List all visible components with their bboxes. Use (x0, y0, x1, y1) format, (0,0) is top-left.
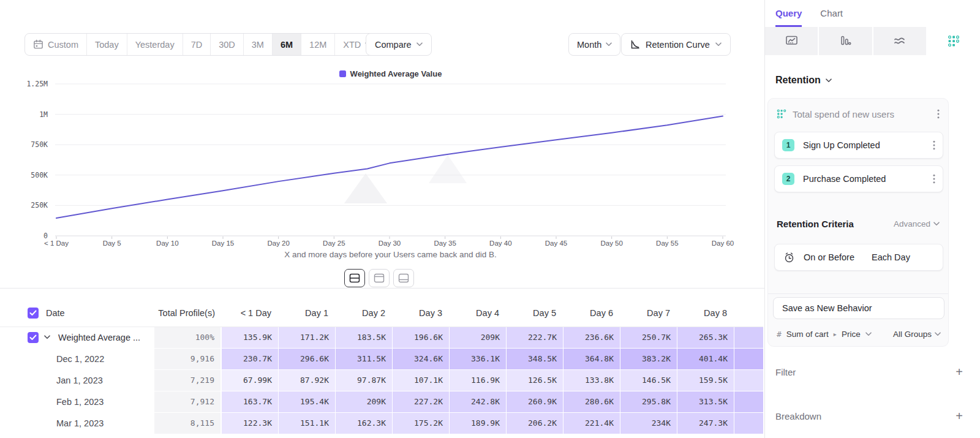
column-header-day[interactable]: Day 3 (392, 308, 448, 318)
chevron-down-icon (826, 78, 832, 83)
behavior-header[interactable]: Total spend of new users (777, 105, 940, 123)
sidebar-tabs: Query Chart (765, 0, 980, 27)
column-header-day[interactable]: Day 5 (506, 308, 562, 318)
add-breakdown-button[interactable]: + (956, 409, 963, 423)
retention-value-cell: 97.87K (336, 370, 392, 391)
criteria-mode-dropdown[interactable]: Advanced (894, 219, 940, 228)
report-section-title: Retention (775, 75, 821, 86)
column-header-date[interactable]: Date (46, 308, 65, 318)
retention-value-cell: 67.99K (222, 370, 278, 391)
retention-value-cell: 163.7K (222, 391, 278, 412)
insights-icon[interactable] (765, 27, 819, 55)
row-checkbox[interactable] (28, 332, 39, 343)
retention-value-cell: 260.9K (507, 391, 563, 412)
retention-value-cell-partial (734, 413, 763, 434)
criteria-condition[interactable]: On or Before (804, 252, 854, 262)
total-profiles-cell: 7,912 (154, 391, 221, 412)
retention-value-cell: 311.5K (336, 349, 392, 369)
breakdown-label: Breakdown (775, 411, 956, 421)
filter-section: Filter + (775, 365, 963, 379)
column-header-day[interactable]: Day 7 (620, 308, 676, 318)
measure-property[interactable]: Price (842, 330, 861, 339)
tab-chart[interactable]: Chart (820, 8, 843, 27)
retention-value-cell: 171.2K (279, 327, 335, 348)
column-header-day[interactable]: Day 8 (677, 308, 733, 318)
criteria-mode-label: Advanced (894, 219, 930, 228)
measure-row: # Sum of cart ▸ Price All Groups (777, 324, 941, 344)
retention-value-cell: 324.6K (393, 349, 449, 369)
kebab-menu-icon[interactable] (937, 109, 940, 119)
measure-dropdown[interactable]: Sum of cart (786, 330, 829, 339)
measure-label: Sum of cart (786, 330, 829, 339)
retention-value-cell: 348.5K (507, 349, 563, 369)
total-profiles-cell: 9,916 (154, 349, 221, 369)
retention-value-cell: 234K (620, 413, 677, 434)
column-header-day[interactable]: < 1 Day (221, 308, 277, 318)
table-row-label: Feb 1, 2023 (56, 397, 104, 407)
criteria-period[interactable]: Each Day (872, 252, 910, 262)
retention-value-cell: 87.92K (279, 370, 335, 391)
retention-value-cell: 116.9K (450, 370, 506, 391)
flows-icon[interactable] (873, 27, 927, 55)
retention-value-cell: 295.8K (620, 391, 677, 412)
step-label: Sign Up Completed (803, 140, 924, 150)
retention-value-cell: 247.3K (677, 413, 734, 434)
retention-value-cell: 242.8K (450, 391, 506, 412)
breakdown-section: Breakdown + (775, 409, 963, 423)
retention-value-cell-partial (734, 327, 763, 348)
funnels-icon[interactable] (819, 27, 873, 55)
retention-value-cell: 401.4K (677, 349, 734, 369)
retention-value-cell: 206.2K (507, 413, 563, 434)
column-header-day[interactable]: Day 2 (335, 308, 391, 318)
retention-value-cell: 159.5K (677, 370, 734, 391)
all-groups-label: All Groups (893, 330, 932, 339)
all-groups-dropdown[interactable]: All Groups (893, 330, 941, 339)
kebab-menu-icon[interactable] (933, 174, 935, 184)
property-arrow-icon: ▸ (834, 331, 837, 338)
retention-value-cell: 227.2K (393, 391, 449, 412)
divider (768, 293, 948, 294)
total-profiles-cell: 7,219 (154, 370, 221, 391)
filter-label: Filter (775, 367, 956, 377)
kebab-menu-icon[interactable] (933, 140, 935, 150)
step-purchase-completed[interactable]: 2 Purchase Completed (774, 165, 943, 192)
main-area: CustomTodayYesterday7D30D3M6M12MXTD Comp… (0, 0, 764, 438)
retention-icon[interactable] (927, 27, 980, 55)
column-header-day[interactable]: Day 4 (449, 308, 505, 318)
behavior-panel: Total spend of new users 1 Sign Up Compl… (767, 98, 949, 347)
retention-value-cell-partial (734, 370, 763, 391)
retention-value-cell-partial (734, 391, 763, 412)
retention-value-cell: 209K (450, 327, 506, 348)
step-number-badge: 1 (782, 139, 794, 151)
retention-value-cell: 236.6K (564, 327, 620, 348)
retention-value-cell: 209K (336, 391, 392, 412)
table-row-label: Dec 1, 2022 (56, 354, 104, 364)
chevron-down-icon (935, 332, 941, 336)
row-checkbox[interactable] (28, 308, 39, 319)
retention-value-cell: 189.9K (450, 413, 506, 434)
retention-value-cell: 133.8K (564, 370, 620, 391)
table-row-label[interactable]: Weighted Average ... (58, 333, 140, 342)
retention-value-cell: 175.2K (393, 413, 449, 434)
retention-value-cell: 107.1K (393, 370, 449, 391)
table-row-label: Mar 1, 2023 (56, 418, 104, 428)
column-header-total-profiles[interactable]: Total Profile(s) (154, 308, 221, 318)
total-profiles-cell: 8,115 (154, 413, 221, 434)
retention-report: CustomTodayYesterday7D30D3M6M12MXTD Comp… (0, 0, 980, 438)
add-filter-button[interactable]: + (956, 365, 963, 379)
query-sidebar: Query Chart (764, 0, 980, 438)
retention-value-cell: 196.6K (393, 327, 449, 348)
behavior-title: Total spend of new users (793, 109, 931, 119)
save-as-new-behavior-button[interactable]: Save as New Behavior (773, 297, 944, 319)
column-header-day[interactable]: Day 1 (278, 308, 334, 318)
retention-value-cell: 230.7K (222, 349, 278, 369)
row-expander-chevron-icon[interactable] (44, 335, 50, 339)
report-section-dropdown[interactable]: Retention (775, 75, 980, 86)
tab-query[interactable]: Query (775, 8, 802, 27)
retention-value-cell: 364.8K (564, 349, 620, 369)
column-header-day[interactable]: Day 6 (563, 308, 619, 318)
retention-value-cell: 296.6K (279, 349, 335, 369)
retention-value-cell: 195.4K (279, 391, 335, 412)
step-sign-up-completed[interactable]: 1 Sign Up Completed (774, 132, 943, 159)
criteria-card[interactable]: On or Before Each Day (774, 244, 943, 271)
